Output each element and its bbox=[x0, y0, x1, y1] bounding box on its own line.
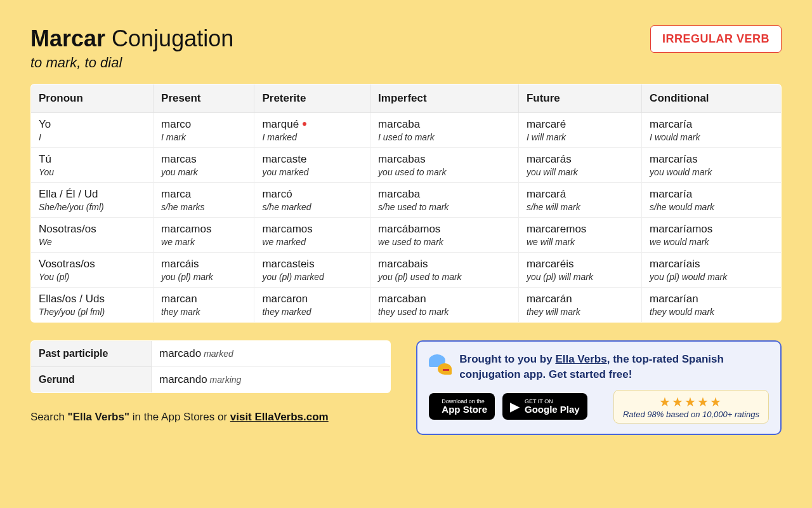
pronoun-cell: TúYou bbox=[31, 148, 154, 183]
preterite-cell: marcaronthey marked bbox=[254, 288, 370, 323]
conditional-cell: marcaríanthey would mark bbox=[642, 288, 782, 323]
preterite-cell: marcamoswe marked bbox=[254, 218, 370, 253]
column-header: Conditional bbox=[642, 84, 782, 113]
imperfect-cell: marcabasyou used to mark bbox=[370, 148, 519, 183]
promo-link[interactable]: Ella Verbs bbox=[555, 353, 606, 365]
pronoun-cell: Ellas/os / UdsThey/you (pl fml) bbox=[31, 288, 154, 323]
conjugation-table: PronounPresentPreteriteImperfectFutureCo… bbox=[30, 84, 782, 323]
present-cell: marcamoswe mark bbox=[154, 218, 254, 253]
imperfect-cell: marcabas/he used to mark bbox=[370, 183, 519, 218]
conditional-cell: marcarías/he would mark bbox=[642, 183, 782, 218]
present-cell: marcasyou mark bbox=[154, 148, 254, 183]
preterite-cell: marqué ●I marked bbox=[254, 113, 370, 148]
column-header: Future bbox=[518, 84, 641, 113]
preterite-cell: marcós/he marked bbox=[254, 183, 370, 218]
preterite-cell: marcasteyou marked bbox=[254, 148, 370, 183]
present-cell: marcáisyou (pl) mark bbox=[154, 253, 254, 288]
ellaverbs-link[interactable]: visit EllaVerbs.com bbox=[230, 411, 329, 423]
gerund-label: Gerund bbox=[31, 367, 152, 393]
future-cell: marcaremoswe will mark bbox=[518, 218, 641, 253]
conditional-cell: marcaríamoswe would mark bbox=[642, 218, 782, 253]
preterite-cell: marcasteisyou (pl) marked bbox=[254, 253, 370, 288]
future-cell: marcaránthey will mark bbox=[518, 288, 641, 323]
rating-stars: ★★★★★ bbox=[623, 394, 759, 410]
app-store-button[interactable]: Download on theApp Store bbox=[429, 393, 495, 420]
conditional-cell: marcaríaI would mark bbox=[642, 113, 782, 148]
column-header: Preterite bbox=[254, 84, 370, 113]
future-cell: marcaréI will mark bbox=[518, 113, 641, 148]
imperfect-cell: marcabaisyou (pl) used to mark bbox=[370, 253, 519, 288]
conditional-cell: marcaríaisyou (pl) would mark bbox=[642, 253, 782, 288]
participle-table: Past participle marcadomarked Gerund mar… bbox=[30, 340, 391, 393]
pronoun-cell: Ella / Él / UdShe/he/you (fml) bbox=[31, 183, 154, 218]
google-play-button[interactable]: ▶ GET IT ONGoogle Play bbox=[502, 393, 587, 420]
table-row: YoImarcoI markmarqué ●I markedmarcabaI u… bbox=[31, 113, 782, 148]
conditional-cell: marcaríasyou would mark bbox=[642, 148, 782, 183]
present-cell: marcas/he marks bbox=[154, 183, 254, 218]
future-cell: marcaréisyou (pl) will mark bbox=[518, 253, 641, 288]
search-hint: Search "Ella Verbs" in the App Stores or… bbox=[30, 411, 391, 424]
present-cell: marcoI mark bbox=[154, 113, 254, 148]
imperfect-cell: marcabaI used to mark bbox=[370, 113, 519, 148]
column-header: Imperfect bbox=[370, 84, 519, 113]
table-row: Ella / Él / UdShe/he/you (fml)marcas/he … bbox=[31, 183, 782, 218]
imperfect-cell: marcabanthey used to mark bbox=[370, 288, 519, 323]
rating-box: ★★★★★ Rated 98% based on 10,000+ ratings bbox=[613, 390, 769, 424]
pronoun-cell: Nosotras/osWe bbox=[31, 218, 154, 253]
pronoun-cell: Vosotras/osYou (pl) bbox=[31, 253, 154, 288]
table-row: Vosotras/osYou (pl)marcáisyou (pl) markm… bbox=[31, 253, 782, 288]
present-cell: marcanthey mark bbox=[154, 288, 254, 323]
column-header: Pronoun bbox=[31, 84, 154, 113]
play-icon: ▶ bbox=[510, 399, 520, 414]
imperfect-cell: marcábamoswe used to mark bbox=[370, 218, 519, 253]
subtitle: to mark, to dial bbox=[30, 55, 233, 71]
past-participle-value: marcadomarked bbox=[152, 341, 391, 367]
column-header: Present bbox=[154, 84, 254, 113]
promo-box: Brought to you by Ella Verbs, the top-ra… bbox=[416, 340, 782, 435]
pronoun-cell: YoI bbox=[31, 113, 154, 148]
gerund-value: marcandomarking bbox=[152, 367, 391, 393]
future-cell: marcarás/he will mark bbox=[518, 183, 641, 218]
table-row: Nosotras/osWemarcamoswe markmarcamoswe m… bbox=[31, 218, 782, 253]
table-row: TúYoumarcasyou markmarcasteyou markedmar… bbox=[31, 148, 782, 183]
page-title: Marcar Conjugation bbox=[30, 25, 233, 52]
table-row: Ellas/os / UdsThey/you (pl fml)marcanthe… bbox=[31, 288, 782, 323]
irregular-badge: IRREGULAR VERB bbox=[650, 25, 782, 53]
future-cell: marcarásyou will mark bbox=[518, 148, 641, 183]
past-participle-label: Past participle bbox=[31, 341, 152, 367]
promo-icon bbox=[429, 352, 452, 375]
promo-text: Brought to you by Ella Verbs, the top-ra… bbox=[459, 352, 769, 382]
